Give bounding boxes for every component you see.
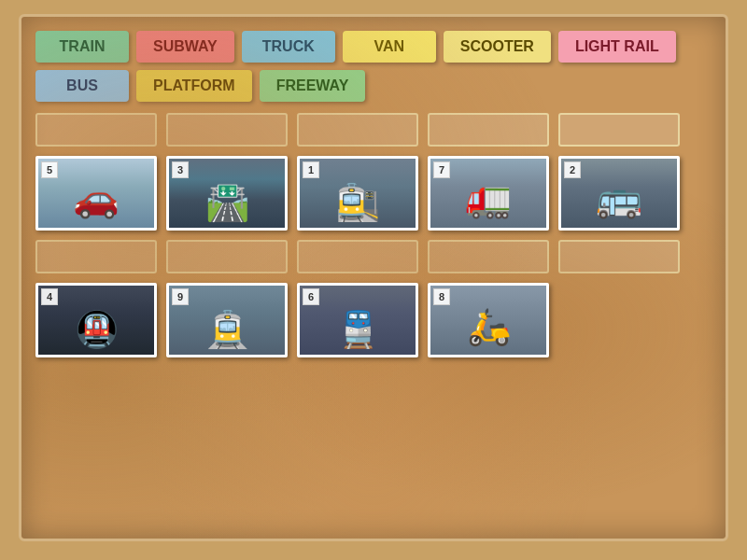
card-number-7: 7 xyxy=(433,161,450,178)
answer-row-2 xyxy=(35,240,712,273)
drop-zone-1-1[interactable] xyxy=(35,113,157,147)
image-card-2[interactable]: 2 xyxy=(558,156,680,231)
answer-row-1 xyxy=(35,113,712,147)
card-number-1: 1 xyxy=(303,161,319,178)
images-row-2: 4 9 6 8 xyxy=(35,283,712,357)
image-card-9[interactable]: 9 xyxy=(166,283,288,357)
drop-zone-2-2[interactable] xyxy=(166,240,288,273)
image-card-8[interactable]: 8 xyxy=(428,283,549,357)
card-number-6: 6 xyxy=(303,288,319,305)
image-card-7[interactable]: 7 xyxy=(428,156,549,231)
card-number-5: 5 xyxy=(41,161,58,178)
image-card-6[interactable]: 6 xyxy=(297,283,418,357)
drop-zone-2-3[interactable] xyxy=(297,240,418,273)
card-number-2: 2 xyxy=(564,161,581,178)
image-card-1[interactable]: 1 xyxy=(297,156,418,231)
drop-zone-2-1[interactable] xyxy=(35,240,157,273)
drop-zone-2-4[interactable] xyxy=(428,240,549,273)
drop-zone-1-3[interactable] xyxy=(297,113,418,147)
tags-section: TRAIN SUBWAY TRUCK VAN SCOOTER LIGHT RAI… xyxy=(35,31,712,102)
image-card-4[interactable]: 4 xyxy=(35,283,157,357)
tag-bus[interactable]: BUS xyxy=(35,70,129,102)
image-card-3[interactable]: 3 xyxy=(166,156,288,231)
images-row-1: 5 3 1 7 2 xyxy=(35,156,712,231)
tag-van[interactable]: VAN xyxy=(343,31,436,63)
drop-zone-1-4[interactable] xyxy=(428,113,549,147)
tag-scooter[interactable]: SCOOTER xyxy=(444,31,551,63)
tag-lightrail[interactable]: LIGHT RAIL xyxy=(558,31,676,63)
tag-freeway[interactable]: FREEWAY xyxy=(260,70,366,102)
card-number-3: 3 xyxy=(172,161,189,178)
card-number-8: 8 xyxy=(433,288,450,305)
corkboard: TRAIN SUBWAY TRUCK VAN SCOOTER LIGHT RAI… xyxy=(19,14,728,541)
tag-truck[interactable]: TRUCK xyxy=(242,31,335,63)
image-card-5[interactable]: 5 xyxy=(35,156,157,231)
tag-platform[interactable]: PLATFORM xyxy=(136,70,252,102)
card-number-4: 4 xyxy=(41,288,58,305)
drop-zone-1-5[interactable] xyxy=(558,113,680,147)
tag-subway[interactable]: SUBWAY xyxy=(136,31,234,63)
tag-train[interactable]: TRAIN xyxy=(35,31,129,63)
drop-zone-2-5[interactable] xyxy=(558,240,680,273)
card-number-9: 9 xyxy=(172,288,189,305)
drop-zone-1-2[interactable] xyxy=(166,113,288,147)
